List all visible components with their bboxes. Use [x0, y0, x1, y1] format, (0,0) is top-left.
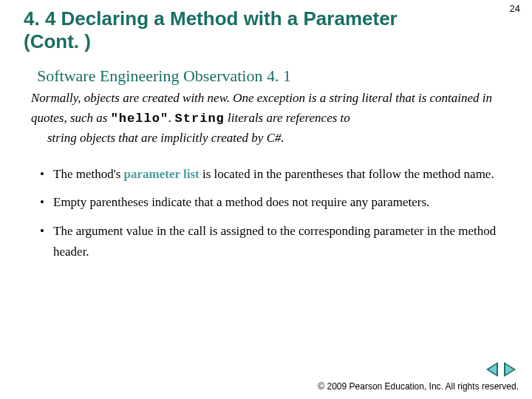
- bullet-pre: The method's: [53, 167, 124, 181]
- nav-controls: [486, 362, 516, 377]
- title-line-2: (Cont. ): [24, 30, 91, 52]
- obs-text-tail: string objects that are implicitly creat…: [31, 129, 502, 148]
- list-item: The method's parameter list is located i…: [40, 164, 502, 185]
- slide-title: 4. 4 Declaring a Method with a Parameter…: [0, 0, 437, 53]
- bullet-term: parameter list: [124, 167, 200, 181]
- next-slide-button[interactable]: [504, 362, 516, 377]
- bullet-pre: Empty parentheses indicate that a method…: [53, 195, 429, 209]
- triangle-left-icon: [488, 364, 497, 375]
- copyright-footer: © 2009 Pearson Education, Inc. All right…: [318, 381, 519, 392]
- observation-body: Normally, objects are created with new. …: [0, 87, 532, 148]
- obs-text-3: literals are references to: [225, 111, 350, 125]
- list-item: The argument value in the call is assign…: [40, 221, 502, 262]
- bullet-list: The method's parameter list is located i…: [40, 164, 502, 262]
- prev-slide-button[interactable]: [486, 362, 498, 377]
- obs-text-2: .: [168, 111, 175, 125]
- code-type-string: String: [175, 112, 225, 126]
- observation-heading: Software Engineering Observation 4. 1: [0, 53, 532, 87]
- bullet-post: is located in the parentheses that follo…: [200, 167, 494, 181]
- bullet-pre: The argument value in the call is assign…: [53, 224, 496, 259]
- triangle-right-icon: [505, 364, 514, 375]
- title-line-1: 4. 4 Declaring a Method with a Parameter: [24, 7, 398, 30]
- list-item: Empty parentheses indicate that a method…: [40, 192, 502, 213]
- code-literal-hello: "hello": [111, 112, 168, 126]
- page-number: 24: [510, 3, 520, 14]
